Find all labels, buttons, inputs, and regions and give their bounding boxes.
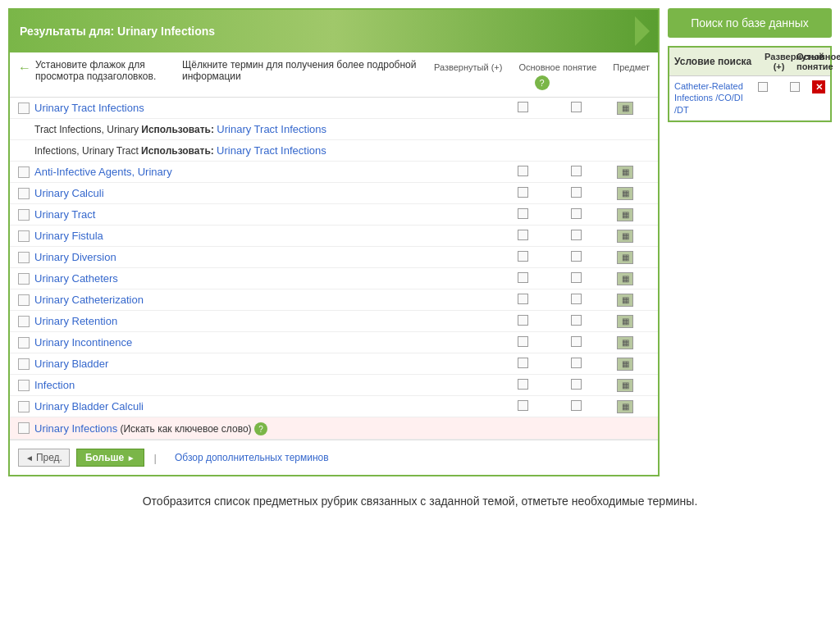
table-row: Urinary Diversion ▦ xyxy=(10,247,658,268)
row-checkbox[interactable] xyxy=(18,230,30,242)
expand-checkbox[interactable] xyxy=(518,336,528,347)
header-arrow-icon xyxy=(635,16,650,46)
row-checkbox[interactable] xyxy=(18,316,30,327)
main-checkbox[interactable] xyxy=(571,208,582,219)
table-row: Urinary Fistula ▦ xyxy=(10,226,658,247)
book-icon[interactable]: ▦ xyxy=(617,166,633,179)
instruction-right-text: Щёлкните термин для получения более подр… xyxy=(182,59,418,82)
table-row: Urinary Retention ▦ xyxy=(10,311,658,332)
row-link[interactable]: Urinary Retention xyxy=(34,315,494,327)
expand-checkbox[interactable] xyxy=(518,208,528,219)
main-checkbox[interactable] xyxy=(571,358,582,368)
row-link[interactable]: Urinary Bladder xyxy=(34,358,494,370)
main-checkbox[interactable] xyxy=(571,230,582,240)
row-link-keyword[interactable]: Urinary Infections xyxy=(34,422,117,435)
book-icon[interactable]: ▦ xyxy=(617,102,633,115)
main-checkbox[interactable] xyxy=(571,272,582,283)
use-link[interactable]: Urinary Tract Infections xyxy=(217,144,326,157)
book-icon[interactable]: ▦ xyxy=(617,358,633,371)
book-icon[interactable]: ▦ xyxy=(617,336,633,349)
book-icon[interactable]: ▦ xyxy=(617,230,633,243)
table-row: Urinary Tract Infections ▦ xyxy=(10,98,658,119)
browse-link[interactable]: Обзор дополнительных терминов xyxy=(175,452,329,463)
expand-checkbox[interactable] xyxy=(518,166,528,176)
instruction-left: ← Установите флажок для просмотра подзаг… xyxy=(18,59,166,82)
col-main-label: Основное понятие xyxy=(518,62,596,72)
book-icon[interactable]: ▦ xyxy=(617,294,633,307)
row-checkbox[interactable] xyxy=(18,166,30,178)
cond-main-label: Основное понятие xyxy=(797,52,825,71)
row-checkbox[interactable] xyxy=(18,401,30,412)
row-link[interactable]: Urinary Catheters xyxy=(34,272,494,285)
main-checkbox[interactable] xyxy=(571,251,582,262)
col-subject-label: Предмет xyxy=(613,62,650,72)
row-checkbox[interactable] xyxy=(18,209,30,221)
row-link[interactable]: Urinary Incontinence xyxy=(34,336,494,349)
expand-checkbox[interactable] xyxy=(518,294,528,304)
condition-name: Catheter-Related Infections /CO/DI /DT xyxy=(674,80,745,116)
more-button[interactable]: Больше ► xyxy=(76,449,144,467)
conditions-title: Условие поиска xyxy=(674,56,761,67)
row-link[interactable]: Infection xyxy=(34,379,494,391)
delete-condition-button[interactable]: ✕ xyxy=(812,80,825,93)
row-checkbox[interactable] xyxy=(18,337,30,349)
expand-checkbox[interactable] xyxy=(518,400,528,411)
row-link[interactable]: Urinary Calculi xyxy=(34,187,494,199)
row-checkbox[interactable] xyxy=(18,380,30,391)
keyword-help-icon[interactable]: ? xyxy=(254,422,267,435)
main-checkbox[interactable] xyxy=(571,187,582,198)
search-database-button[interactable]: Поиск по базе данных xyxy=(668,8,832,38)
book-icon[interactable]: ▦ xyxy=(617,208,633,221)
row-checkbox[interactable] xyxy=(18,358,30,370)
prev-button[interactable]: ◄ Пред. xyxy=(18,449,70,467)
main-checkbox[interactable] xyxy=(571,400,582,411)
main-checkbox[interactable] xyxy=(571,166,582,176)
row-link[interactable]: Urinary Bladder Calculi xyxy=(34,400,494,412)
main-checkbox[interactable] xyxy=(571,379,582,390)
main-checkbox[interactable] xyxy=(571,315,582,326)
row-checkbox[interactable] xyxy=(18,273,30,285)
col-expand-label: Развернутый (+) xyxy=(434,62,502,72)
use-link[interactable]: Urinary Tract Infections xyxy=(217,123,326,135)
row-link-urinary-diversion[interactable]: Urinary Diversion xyxy=(34,251,494,263)
table-row: Urinary Catheterization ▦ xyxy=(10,289,658,311)
expand-checkbox[interactable] xyxy=(518,358,528,368)
row-checkbox[interactable] xyxy=(18,294,30,306)
row-checkbox[interactable] xyxy=(18,422,30,434)
help-icon[interactable]: ? xyxy=(535,75,550,90)
expand-checkbox[interactable] xyxy=(518,230,528,240)
keyword-text: Urinary Infections (Искать как ключевое … xyxy=(34,421,650,435)
row-link[interactable]: Urinary Tract Infections xyxy=(34,102,494,114)
prev-icon: ◄ xyxy=(25,454,34,463)
main-checkbox[interactable] xyxy=(571,102,582,112)
expand-checkbox[interactable] xyxy=(518,102,528,112)
main-checkbox[interactable] xyxy=(571,294,582,304)
bottom-text: Отобразится список предметных рубрик свя… xyxy=(8,476,832,526)
cond-main-checkbox[interactable] xyxy=(790,82,800,92)
row-link[interactable]: Urinary Catheterization xyxy=(34,294,494,306)
cond-expand-checkbox[interactable] xyxy=(758,82,768,92)
main-checkbox[interactable] xyxy=(571,336,582,347)
book-icon[interactable]: ▦ xyxy=(617,272,633,285)
book-icon[interactable]: ▦ xyxy=(617,400,633,413)
row-link[interactable]: Urinary Fistula xyxy=(34,230,494,242)
row-link[interactable]: Urinary Tract xyxy=(34,208,494,221)
expand-checkbox[interactable] xyxy=(518,272,528,283)
more-icon: ► xyxy=(127,454,135,463)
book-icon[interactable]: ▦ xyxy=(617,379,633,392)
row-link[interactable]: Anti-Infective Agents, Urinary xyxy=(34,166,494,178)
results-list: Urinary Tract Infections ▦ Tract Infecti… xyxy=(10,98,658,440)
book-icon[interactable]: ▦ xyxy=(617,251,633,264)
expand-checkbox[interactable] xyxy=(518,251,528,262)
header-bar: Результаты для: Urinary Infections xyxy=(10,10,658,52)
expand-checkbox[interactable] xyxy=(518,187,528,198)
book-icon[interactable]: ▦ xyxy=(617,315,633,328)
table-row: Urinary Bladder ▦ xyxy=(10,353,658,375)
row-checkbox[interactable] xyxy=(18,103,30,114)
book-icon[interactable]: ▦ xyxy=(617,187,633,200)
row-checkbox[interactable] xyxy=(18,252,30,263)
row-checkbox[interactable] xyxy=(18,188,30,199)
expand-checkbox[interactable] xyxy=(518,315,528,326)
expand-checkbox[interactable] xyxy=(518,379,528,390)
pagination: ◄ Пред. Больше ► | Обзор дополнительных … xyxy=(10,440,658,475)
